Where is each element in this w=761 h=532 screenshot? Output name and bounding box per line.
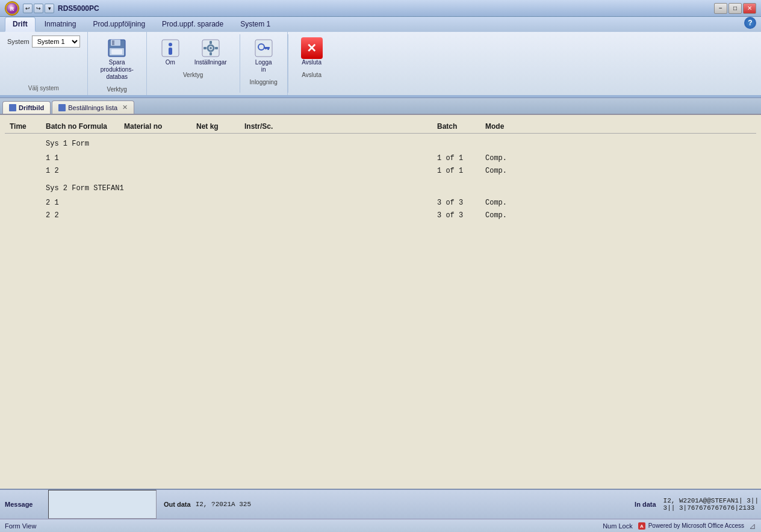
section-group-2: Sys 2 Form STEFAN1 2 1 3 of 3 Comp. 2	[10, 181, 751, 223]
table-row: 1 2 1 of 1 Comp.	[10, 165, 751, 178]
qa-dropdown-button[interactable]: ▾	[45, 4, 54, 13]
tab-bestallningslista-icon	[58, 104, 66, 111]
row-batch: 3 of 3	[437, 197, 485, 209]
message-label: Message	[0, 490, 48, 519]
in-data-label: In data	[630, 490, 660, 519]
ms-access-logo: A Powered by Microsoft Office Access	[638, 522, 744, 530]
num-lock-label: Num Lock	[603, 522, 633, 530]
system-select[interactable]: System 1	[32, 36, 80, 48]
row-time	[10, 165, 46, 177]
app-logo: R	[5, 1, 19, 16]
tab-driftbild-label: Driftbild	[19, 104, 44, 111]
header-time: Time	[10, 122, 46, 131]
svg-rect-4	[112, 40, 114, 45]
svg-rect-13	[210, 41, 212, 44]
table-row: 2 2 3 of 3 Comp.	[10, 209, 751, 222]
out-data-label: Out data	[164, 501, 191, 508]
row-mode: Comp.	[485, 153, 533, 164]
tab-bestallningslista[interactable]: Beställnings lista ✕	[52, 101, 134, 114]
ribbon: Drift Inmatning Prod.uppföljning Prod.up…	[0, 17, 761, 97]
undo-button[interactable]: ↩	[23, 4, 33, 13]
logga-in-label: Loggain	[255, 59, 272, 73]
row-net-kg	[196, 165, 244, 177]
gear-icon	[200, 37, 222, 59]
tab-driftbild-icon	[9, 104, 16, 111]
header-batch-no-formula: Batch no Formula	[46, 122, 124, 131]
out-data-value: I2, ?2021A 325	[196, 501, 251, 508]
header-net-kg: Net kg	[196, 122, 244, 131]
ribbon-tabs: Drift Inmatning Prod.uppföljning Prod.up…	[0, 17, 761, 32]
status-bar: Message Out data I2, ?2021A 325 In data …	[0, 489, 761, 519]
svg-point-8	[169, 43, 172, 46]
svg-rect-20	[267, 47, 269, 50]
ribbon-group-inloggning: Loggain Inloggning	[240, 32, 288, 95]
inloggning-label: Inloggning	[250, 79, 278, 85]
tab-bestallningslista-close[interactable]: ✕	[122, 104, 128, 111]
table-row: 1 1 1 of 1 Comp.	[10, 152, 751, 165]
header-material-no: Material no	[124, 122, 196, 131]
minimize-button[interactable]: −	[714, 3, 727, 14]
row-batch-formula: 1 2	[46, 165, 124, 177]
tab-bar: Driftbild Beställnings lista ✕	[0, 97, 761, 114]
restore-button[interactable]: □	[728, 3, 742, 14]
key-icon	[253, 37, 275, 59]
message-box	[48, 490, 157, 519]
svg-rect-14	[210, 52, 212, 55]
redo-button[interactable]: ↪	[34, 4, 43, 13]
om-button[interactable]: Om	[154, 34, 187, 69]
data-rows: Sys 1 Form 1 1 1 of 1 Comp. 1 2	[5, 134, 756, 227]
row-batch-formula: 2 2	[46, 210, 124, 221]
row-material-no	[124, 153, 196, 164]
installningar-label: Inställningar	[194, 59, 227, 66]
footer-bar: Form View Num Lock A Powered by Microsof…	[0, 519, 761, 532]
main-area: Driftbild Beställnings lista ✕ Time Batc…	[0, 97, 761, 519]
ribbon-group-verktyg: Sparaproduktions-databas Verktyg	[88, 32, 147, 95]
avsluta-label: Avsluta	[302, 59, 321, 66]
ribbon-tab-drift[interactable]: Drift	[5, 17, 36, 32]
help-button[interactable]: ?	[744, 17, 756, 29]
verktyg-label2: Verktyg	[183, 72, 203, 78]
ribbon-tab-prod-uppfoljning[interactable]: Prod.uppföljning	[85, 17, 153, 32]
spara-label: Sparaproduktions-databas	[101, 59, 134, 81]
content-panel: Time Batch no Formula Material no Net kg…	[0, 114, 761, 489]
section-2-title: Sys 2 Form STEFAN1	[46, 183, 437, 194]
avsluta-button[interactable]: ✕ Avsluta	[296, 34, 328, 69]
spara-button[interactable]: Sparaproduktions-databas	[95, 34, 139, 84]
svg-text:A: A	[640, 524, 644, 529]
logga-in-button[interactable]: Loggain	[247, 34, 280, 76]
ribbon-tab-system1[interactable]: System 1	[232, 17, 278, 32]
svg-text:R: R	[10, 6, 14, 12]
row-batch: 1 of 1	[437, 153, 485, 164]
svg-rect-16	[215, 47, 218, 49]
row-material-no	[124, 165, 196, 177]
svg-rect-15	[203, 47, 207, 49]
row-time	[10, 153, 46, 164]
close-red-icon: ✕	[301, 37, 323, 59]
installningar-button[interactable]: Inställningar	[189, 34, 232, 69]
section-1-title: Sys 1 Form	[46, 138, 437, 150]
form-view-label: Form View	[5, 522, 36, 530]
ribbon-group-avsluta: ✕ Avsluta Avsluta	[288, 32, 335, 95]
table-row: 2 1 3 of 3 Comp.	[10, 197, 751, 209]
row-instr-sc	[244, 210, 437, 221]
section-header-2: Sys 2 Form STEFAN1	[10, 181, 751, 197]
ribbon-tab-prod-uppf-sparade[interactable]: Prod.uppf. sparade	[154, 17, 231, 32]
header-mode: Mode	[485, 122, 533, 131]
valj-system-label: Välj system	[7, 85, 80, 91]
powered-by-label: Powered by Microsoft Office Access	[648, 522, 744, 529]
ribbon-tab-inmatning[interactable]: Inmatning	[37, 17, 84, 32]
header-instr-sc: Instr/Sc.	[244, 122, 437, 131]
in-data-line2: 3|| 3|767676767676|2133	[663, 504, 759, 512]
title-bar: R ↩ ↪ ▾ RDS5000PC − □ ✕	[0, 0, 761, 17]
verktyg-label: Verktyg	[107, 86, 127, 93]
avsluta-group-label: Avsluta	[302, 72, 321, 78]
table-headers: Time Batch no Formula Material no Net kg…	[5, 120, 756, 134]
out-data-section: Out data I2, ?2021A 325	[157, 490, 258, 519]
tab-driftbild[interactable]: Driftbild	[2, 101, 51, 114]
row-batch-formula: 1 1	[46, 153, 124, 164]
resize-handle[interactable]: ⊿	[749, 521, 756, 531]
disk-icon	[106, 37, 128, 59]
window-close-button[interactable]: ✕	[743, 3, 756, 14]
row-instr-sc	[244, 197, 437, 209]
svg-rect-6	[111, 49, 122, 54]
